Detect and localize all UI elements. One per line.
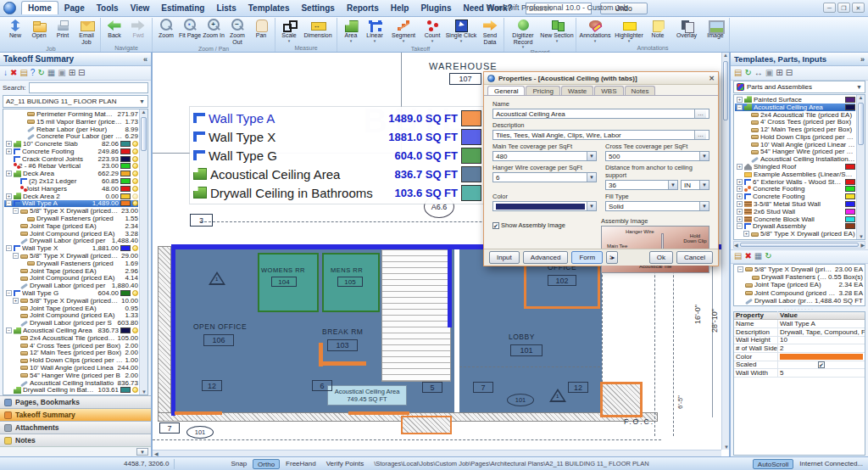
hanger-wire-combo[interactable]: 6▼ <box>492 172 597 182</box>
templates-tree-scrollbar[interactable]: ▲▼ <box>856 95 865 239</box>
paste-icon[interactable]: ▣ <box>765 69 773 77</box>
delete-icon[interactable]: ✖ <box>10 69 17 77</box>
properties-icon[interactable]: ▤ <box>734 252 742 260</box>
menu-tab-page[interactable]: Page <box>58 2 91 14</box>
minimize-button[interactable]: ─ <box>823 3 836 13</box>
refresh-icon[interactable]: ↻ <box>765 252 771 260</box>
color-swatch[interactable] <box>120 171 131 176</box>
name-field[interactable]: Acoustical Ceiling Area… <box>492 109 709 119</box>
wall-type-a-segment[interactable] <box>319 361 366 366</box>
takeoff-tree-item[interactable]: Joist Hangers48.00 <box>4 185 138 193</box>
color-swatch[interactable] <box>845 97 855 103</box>
tree-expand-icon[interactable]: − <box>737 223 743 229</box>
color-swatch[interactable] <box>120 186 131 192</box>
dialog-titlebar[interactable]: Properties - [Acoustical Ceiling (with t… <box>484 72 718 85</box>
takeoff-tree-item[interactable]: 54" Hanger Wire (priced per B2.00 <box>4 372 138 379</box>
takeoff-tree-item[interactable]: +5/8" Type X Drywall (priced EA)10.00 <box>4 297 138 305</box>
fill-type-combo[interactable]: Solid▼ <box>605 201 709 211</box>
wall-type-x-stair[interactable] <box>448 249 452 327</box>
visibility-bulb-icon[interactable] <box>132 171 138 176</box>
takeoff-tree-item[interactable]: Crack Control Joints223.93 <box>4 155 138 163</box>
property-row-wall-width[interactable]: Wall Width5 <box>734 369 865 378</box>
legend-row[interactable]: Wall Type X1881.0 SQ FT <box>193 127 481 146</box>
item-tree-row[interactable]: Joint Tape (priced EA)2.34 EA <box>736 281 863 288</box>
form-nav-button[interactable]: ⁞▸ <box>606 251 618 264</box>
menu-tab-templates[interactable]: Templates <box>242 2 296 14</box>
chevron-down-icon[interactable]: ▼ <box>139 98 145 104</box>
ortho-toggle[interactable]: Ortho <box>253 459 280 469</box>
dialog-tab-waste[interactable]: Waste <box>561 86 593 95</box>
template-tree-item[interactable]: 54" Hanger Wire (priced per Bundle) <box>735 148 855 156</box>
color-swatch[interactable] <box>120 327 131 333</box>
color-swatch[interactable] <box>120 156 131 162</box>
takeoff-tree-item[interactable]: −Wall Type A1,489.00 <box>4 200 138 208</box>
visibility-bulb-icon[interactable] <box>132 156 138 162</box>
color-swatch[interactable] <box>120 200 131 206</box>
scale-button[interactable]: Scale▾ <box>277 18 301 44</box>
accordion-attachments[interactable]: Attachments <box>0 421 151 434</box>
menu-tab-reports[interactable]: Reports <box>341 2 385 14</box>
maximize-button[interactable]: ❐ <box>837 3 850 13</box>
menu-tab-home[interactable]: Home <box>21 1 58 14</box>
takeoff-tree-item[interactable]: −Wall Type X1,881.00 <box>4 244 138 252</box>
dropdown-caret-icon[interactable]: ▾ <box>628 39 631 42</box>
pan-button[interactable]: Pan <box>249 18 273 45</box>
new-button[interactable]: New <box>3 18 27 45</box>
takeoff-tree-item[interactable]: −Wall Type G604.00 <box>4 289 138 297</box>
color-swatch[interactable] <box>120 178 131 184</box>
dialog-tab-wbs[interactable]: WBS <box>594 86 623 95</box>
tree-expand-icon[interactable]: + <box>6 141 12 147</box>
menu-tab-view[interactable]: View <box>125 2 156 14</box>
takeoff-tree-item[interactable]: +10" Concrete Slab82.06 <box>4 140 138 148</box>
color-swatch[interactable] <box>845 209 855 215</box>
takeoff-tree-item[interactable]: Drywall Labor (priced per1,488.40 <box>4 238 138 245</box>
wall-type-x-left[interactable] <box>171 244 175 416</box>
verify-points-toggle[interactable]: Verify Points <box>322 459 368 469</box>
collapse-panel-icon[interactable]: « <box>143 55 147 64</box>
takeoff-tree-item[interactable]: Drywall Fasteners (priced1.55 <box>4 215 138 222</box>
visibility-bulb-icon[interactable] <box>132 387 138 393</box>
visibility-bulb-icon[interactable] <box>132 141 138 147</box>
count-button[interactable]: Count▾ <box>420 18 444 45</box>
template-tree-item[interactable]: 4' Cross Tees (priced per Box) <box>735 118 855 126</box>
legend-row[interactable]: Wall Type G604.0 SQ FT <box>193 146 481 165</box>
visibility-bulb-icon[interactable] <box>132 148 138 154</box>
dropdown-caret-icon[interactable]: ▾ <box>431 39 434 42</box>
parts-selector[interactable]: Parts and Assemblies ▼ <box>733 81 865 93</box>
new-section-button[interactable]: New Section▾ <box>540 18 574 48</box>
cancel-button[interactable]: Cancel <box>676 251 713 264</box>
tree-expand-icon[interactable]: + <box>737 201 743 207</box>
color-swatch[interactable] <box>845 193 855 199</box>
template-tree-item[interactable]: +5/8" Type X Drywall (priced EA) <box>735 230 855 238</box>
takeoff-tree-item[interactable]: Drywall Labor (priced per S603.80 <box>4 319 138 327</box>
tree-expand-icon[interactable]: − <box>737 266 743 272</box>
tree-expand-icon[interactable]: + <box>737 216 743 222</box>
color-swatch[interactable] <box>120 148 131 154</box>
property-row-color[interactable]: Color <box>734 353 865 361</box>
annotations-button[interactable]: Annotations▾ <box>578 18 612 44</box>
form-button[interactable]: Form <box>571 251 603 264</box>
takeoff-tree-item[interactable]: 12' Main Tees (priced per Box)2.00 <box>4 350 138 357</box>
expand-all-icon[interactable]: ⊞ <box>69 69 75 77</box>
show-assembly-checkbox[interactable]: ✔ Show Assembly Image <box>492 221 593 229</box>
takeoff-tree-item[interactable]: 10' Wall Angle (priced Linea244.00 <box>4 364 138 372</box>
collapse-panel-icon[interactable]: » <box>860 55 865 64</box>
wall-type-a-bottom[interactable] <box>175 411 222 415</box>
takeoff-tree-item[interactable]: +Concrete Footing249.86 <box>4 148 138 155</box>
zoom-button[interactable]: Zoom <box>154 18 178 45</box>
item-tree-row[interactable]: Drywall Fasteners (priced per Box)0.55 B… <box>736 273 863 281</box>
template-tree-item[interactable]: 10' Wall Angle (priced Linear FT) <box>735 141 855 148</box>
page-selector[interactable]: A2_11 BUILDING 11_ FLOOR PLAN ▼ <box>3 95 148 108</box>
color-swatch[interactable] <box>845 223 855 229</box>
tree-expand-icon[interactable]: + <box>737 164 743 170</box>
takeoff-tree-item[interactable]: 4' Cross Tees (priced per Box)2.00 <box>4 342 138 350</box>
tree-expand-icon[interactable]: + <box>737 179 743 185</box>
send-data-button[interactable]: Send Data <box>478 18 502 45</box>
takeoff-search-input[interactable] <box>29 82 148 93</box>
color-swatch[interactable] <box>845 186 855 192</box>
properties-icon[interactable]: ▤ <box>19 69 27 77</box>
menu-tab-plugins[interactable]: Plugins <box>415 2 457 14</box>
tree-expand-icon[interactable]: + <box>6 193 12 199</box>
back-button[interactable]: Back <box>103 18 126 44</box>
area-button[interactable]: Area▾ <box>339 18 363 45</box>
